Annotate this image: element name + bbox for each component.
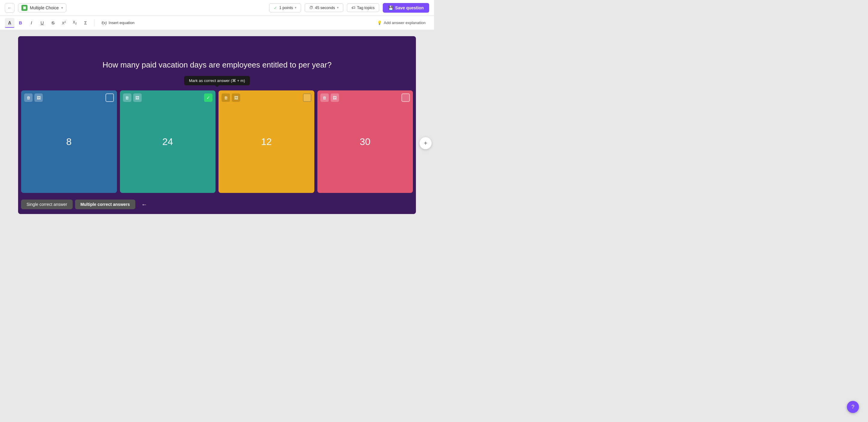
- card-2-correct-button[interactable]: ✓: [204, 93, 213, 102]
- back-icon: ←: [7, 5, 12, 10]
- question-block: How many paid vacation days are employee…: [18, 36, 416, 214]
- card-1-correct-button[interactable]: [105, 93, 114, 102]
- answers-row: Mark as correct answer (⌘ + m) 🗑 🖼 8: [18, 90, 416, 196]
- card-3-image-button[interactable]: 🖼: [232, 93, 240, 102]
- add-explanation-button[interactable]: 💡 Add answer explanation: [373, 19, 429, 27]
- card-2-checkmark: ✓: [207, 95, 210, 100]
- card-3-delete-button[interactable]: 🗑: [221, 93, 230, 102]
- strikethrough-button[interactable]: S: [48, 18, 58, 28]
- card-3-actions: 🗑 🖼: [221, 93, 240, 102]
- answer-card-1[interactable]: 🗑 🖼 8: [21, 90, 117, 193]
- card-1-delete-button[interactable]: 🗑: [24, 93, 33, 102]
- points-dropdown-icon: ▾: [295, 6, 297, 10]
- italic-icon: I: [31, 20, 32, 25]
- underline-icon: U: [41, 20, 44, 25]
- card-2-answer: 24: [162, 136, 173, 147]
- main-content: How many paid vacation days are employee…: [0, 36, 434, 247]
- single-correct-label: Single correct answer: [27, 202, 67, 207]
- italic-button[interactable]: I: [27, 18, 36, 28]
- explanation-icon: 💡: [377, 21, 382, 25]
- card-4-answer: 30: [360, 136, 370, 147]
- insert-eq-label: Insert equation: [108, 21, 134, 25]
- delete-icon: 🗑: [322, 95, 327, 100]
- save-question-button[interactable]: 💾 Save question: [383, 3, 429, 13]
- superscript-icon: X2: [62, 21, 66, 25]
- answer-card-2[interactable]: 🗑 🖼 24 ✓: [120, 90, 216, 193]
- answer-card-4[interactable]: 🗑 🖼 30: [317, 90, 413, 193]
- timer-dropdown-icon: ▾: [337, 6, 339, 10]
- answer-card-3[interactable]: 🗑 🖼 12: [218, 90, 314, 193]
- tag-topics-button[interactable]: 🏷 Tag topics: [347, 3, 379, 12]
- image-icon: 🖼: [135, 95, 139, 100]
- insert-eq-icon: f(x): [101, 21, 107, 25]
- card-3-answer: 12: [261, 136, 272, 147]
- multiple-correct-button[interactable]: Multiple correct answers: [75, 200, 135, 209]
- superscript-button[interactable]: X2: [59, 18, 69, 28]
- save-label: Save question: [395, 5, 424, 10]
- card-2-image-button[interactable]: 🖼: [133, 93, 142, 102]
- question-area: How many paid vacation days are employee…: [18, 36, 416, 90]
- text-color-button[interactable]: A: [5, 18, 14, 28]
- formatting-toolbar: A B I U S X2 X2 Σ f(x) Insert equation 💡…: [0, 16, 434, 30]
- checkmark-icon: ✓: [274, 5, 277, 10]
- question-type-selector[interactable]: ▦ Multiple Choice ▾: [18, 3, 66, 12]
- arrow-indicator: ←: [141, 201, 147, 208]
- question-text: How many paid vacation days are employee…: [102, 59, 332, 70]
- text-color-icon: A: [8, 20, 11, 25]
- points-label: 1 points: [279, 5, 293, 10]
- add-answer-button[interactable]: +: [420, 137, 432, 149]
- special-chars-button[interactable]: Σ: [81, 18, 90, 28]
- subscript-button[interactable]: X2: [70, 18, 80, 28]
- tag-label: Tag topics: [357, 5, 375, 10]
- image-icon: 🖼: [234, 95, 238, 100]
- bottom-controls: Single correct answer Multiple correct a…: [18, 196, 416, 214]
- single-correct-button[interactable]: Single correct answer: [21, 200, 73, 209]
- card-4-correct-button[interactable]: [401, 93, 410, 102]
- card-4-image-button[interactable]: 🖼: [331, 93, 339, 102]
- card-2-actions: 🗑 🖼: [123, 93, 142, 102]
- insert-equation-button[interactable]: f(x) Insert equation: [98, 19, 138, 27]
- timer-label: 45 seconds: [315, 5, 335, 10]
- top-navigation: ← ▦ Multiple Choice ▾ ✓ 1 points ▾ ⏱ 45 …: [0, 0, 434, 16]
- bold-button[interactable]: B: [16, 18, 25, 28]
- timer-button[interactable]: ⏱ 45 seconds ▾: [305, 3, 343, 12]
- delete-icon: 🗑: [125, 95, 129, 100]
- card-4-actions: 🗑 🖼: [320, 93, 339, 102]
- dropdown-icon: ▾: [61, 6, 63, 10]
- save-icon: 💾: [388, 5, 393, 10]
- explanation-label: Add answer explanation: [384, 21, 426, 25]
- image-icon: 🖼: [333, 95, 337, 100]
- card-1-answer: 8: [66, 136, 72, 147]
- bold-icon: B: [19, 20, 22, 25]
- subscript-icon: X2: [73, 20, 76, 25]
- points-button[interactable]: ✓ 1 points ▾: [269, 3, 301, 12]
- card-1-image-button[interactable]: 🖼: [34, 93, 43, 102]
- question-type-label: Multiple Choice: [30, 5, 59, 10]
- add-icon: +: [424, 140, 427, 147]
- card-3-correct-button[interactable]: [303, 93, 311, 102]
- tag-icon: 🏷: [351, 5, 355, 10]
- timer-icon: ⏱: [309, 5, 313, 10]
- card-4-delete-button[interactable]: 🗑: [320, 93, 329, 102]
- image-icon: 🖼: [37, 95, 41, 100]
- delete-icon: 🗑: [224, 95, 228, 100]
- back-button[interactable]: ←: [5, 3, 14, 13]
- special-chars-icon: Σ: [84, 20, 87, 25]
- delete-icon: 🗑: [27, 95, 30, 100]
- multiple-correct-label: Multiple correct answers: [81, 202, 130, 207]
- question-type-icon: ▦: [22, 5, 27, 11]
- strikethrough-icon: S: [52, 20, 55, 25]
- underline-button[interactable]: U: [37, 18, 47, 28]
- card-1-actions: 🗑 🖼: [24, 93, 43, 102]
- toolbar-divider: [94, 19, 94, 27]
- card-2-delete-button[interactable]: 🗑: [123, 93, 131, 102]
